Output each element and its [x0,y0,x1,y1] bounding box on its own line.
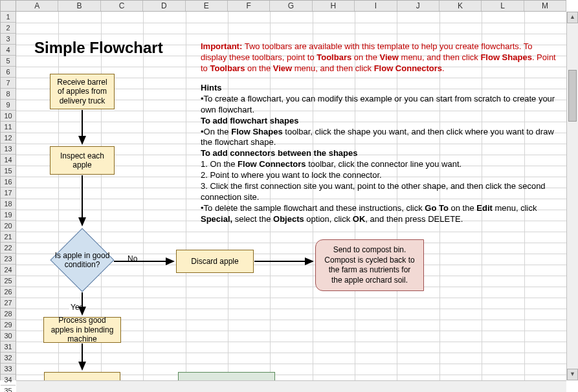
row-header[interactable]: 28 [1,309,16,320]
scroll-down-arrow[interactable]: ▼ [567,369,578,380]
instructions-hints: Hints •To create a flowchart, you can mo… [201,83,560,225]
col-header[interactable]: L [482,1,524,11]
shape-process-apples[interactable]: Process good apples in blending machine [43,317,121,343]
row-header[interactable]: 7 [1,78,16,89]
row-header[interactable]: 8 [1,89,16,100]
shape-decision[interactable]: Is apple in good condition? [50,228,114,292]
col-header[interactable]: D [143,1,185,11]
row-header[interactable]: 1 [1,12,16,23]
row-header[interactable]: 21 [1,232,16,243]
row-header[interactable]: 15 [1,166,16,177]
shape-make-sauce[interactable]: Make apple sauce [178,372,275,380]
row-header[interactable]: 9 [1,100,16,111]
row-header[interactable]: 29 [1,320,16,331]
shape-discard-apple[interactable]: Discard apple [176,250,254,273]
col-header[interactable]: M [524,1,566,11]
row-header[interactable]: 30 [1,331,16,342]
row-header[interactable]: 35 [1,386,16,392]
label-yes: Yes [69,303,85,312]
row-header[interactable]: 10 [1,111,16,122]
row-header[interactable]: 32 [1,353,16,364]
scroll-thumb[interactable] [568,70,577,122]
row-header[interactable]: 33 [1,364,16,375]
vertical-scrollbar[interactable]: ▲ ▼ [566,12,578,380]
row-header[interactable]: 26 [1,287,16,298]
row-header[interactable]: 24 [1,265,16,276]
col-header[interactable]: A [16,1,58,11]
row-header[interactable]: 27 [1,298,16,309]
instructions-important: Important: Two toolbars are available wi… [201,41,560,74]
row-header[interactable]: 6 [1,67,16,78]
col-header[interactable]: F [228,1,270,11]
horizontal-scrollbar[interactable] [16,380,566,392]
row-header[interactable]: 3 [1,34,16,45]
scroll-up-arrow[interactable]: ▲ [567,12,578,23]
column-headers: A B C D E F G H I J K L M [16,0,566,12]
row-header[interactable]: 2 [1,23,16,34]
row-header[interactable]: 20 [1,221,16,232]
row-header[interactable]: 14 [1,155,16,166]
row-header[interactable]: 11 [1,122,16,133]
row-header[interactable]: 4 [1,45,16,56]
row-headers: 1234567891011121314151617181920212223242… [0,12,16,380]
row-header[interactable]: 18 [1,199,16,210]
row-header[interactable]: 13 [1,144,16,155]
row-header[interactable]: 34 [1,375,16,386]
col-header[interactable]: E [186,1,228,11]
shape-compost-callout[interactable]: Send to compost bin. Compost is cycled b… [315,239,424,291]
shape-receive-barrel[interactable]: Receive barrel of apples from delivery t… [50,74,115,109]
row-header[interactable]: 19 [1,210,16,221]
flowchart-title: Simple Flowchart [34,39,163,57]
col-header[interactable]: K [439,1,482,11]
col-header[interactable]: B [58,1,100,11]
worksheet-grid[interactable]: Simple Flowchart Important: Two toolbars… [16,12,566,380]
label-no: No [126,254,139,263]
row-header[interactable]: 17 [1,188,16,199]
col-header[interactable]: I [355,1,397,11]
row-header[interactable]: 16 [1,177,16,188]
select-all-corner[interactable] [0,0,16,12]
row-header[interactable]: 31 [1,342,16,353]
row-header[interactable]: 22 [1,243,16,254]
shape-inspect-apple[interactable]: Inspect each apple [50,146,115,175]
shape-filter-pulp[interactable]: Filter pulp from [44,372,120,380]
col-header[interactable]: C [101,1,143,11]
row-header[interactable]: 5 [1,56,16,67]
row-header[interactable]: 12 [1,133,16,144]
row-header[interactable]: 25 [1,276,16,287]
col-header[interactable]: J [397,1,439,11]
col-header[interactable]: H [313,1,355,11]
col-header[interactable]: G [270,1,312,11]
row-header[interactable]: 23 [1,254,16,265]
